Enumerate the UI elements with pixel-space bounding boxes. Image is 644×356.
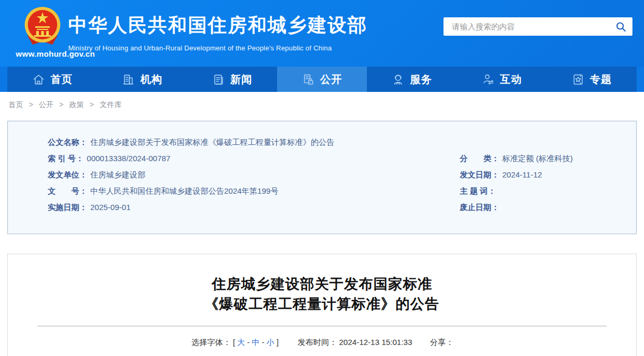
meta-label: 文 号： xyxy=(48,186,87,195)
nav-tab-news[interactable]: 新闻 xyxy=(187,67,277,92)
site-title-block: 中华人民共和国住房和城乡建设部 Ministry of Housing and … xyxy=(68,13,367,52)
meta-value: 住房城乡建设部关于发布国家标准《爆破工程工程量计算标准》的公告 xyxy=(90,138,334,146)
bracket-close: ] xyxy=(277,338,279,347)
breadcrumb-policy[interactable]: 政策 xyxy=(69,100,84,109)
meta-row-issue-date: 发文日期：2024-11-12 xyxy=(460,166,626,183)
meta-label: 发文日期： xyxy=(460,170,499,179)
topics-icon xyxy=(572,73,585,86)
dash: - xyxy=(262,338,265,347)
breadcrumb-library: 文件库 xyxy=(100,100,122,109)
breadcrumb: 首页 > 公开 > 政策 > 文件库 xyxy=(0,92,644,110)
nav-tab-label: 新闻 xyxy=(230,72,252,87)
site-title-en: Ministry of Housing and Urban-Rural Deve… xyxy=(68,44,367,52)
national-emblem-icon xyxy=(22,5,63,49)
share-label: 分享： xyxy=(430,338,453,347)
nav-tab-label: 首页 xyxy=(50,72,72,87)
search-input[interactable] xyxy=(444,22,609,31)
meta-value: 2024-11-12 xyxy=(502,170,542,179)
meta-label: 废止日期： xyxy=(460,203,499,212)
site-title-cn: 中华人民共和国住房和城乡建设部 xyxy=(68,13,367,38)
meta-grid: 索 引 号：000013338/2024-00787 分 类：标准定额 (标准科… xyxy=(48,150,626,215)
meta-value: 2025-09-01 xyxy=(90,203,131,212)
meta-row-doc-number: 文 号：中华人民共和国住房和城乡建设部公告2024年第199号 xyxy=(48,183,460,199)
font-size-label: 选择字体： xyxy=(192,338,231,347)
meta-label: 主 题 词： xyxy=(460,186,495,195)
meta-row-index-number: 索 引 号：000013338/2024-00787 xyxy=(48,150,460,166)
nav-tab-label: 公开 xyxy=(320,72,342,87)
meta-value: 中华人民共和国住房和城乡建设部公告2024年第199号 xyxy=(90,186,278,195)
nav-tab-interaction[interactable]: 互动 xyxy=(457,67,546,92)
font-size-large-link[interactable]: 大 xyxy=(237,338,245,347)
meta-row-effective-date: 实施日期：2025-09-01 xyxy=(48,199,460,215)
bracket-open: [ xyxy=(233,338,235,347)
nav-tab-label: 服务 xyxy=(410,72,432,87)
interaction-icon xyxy=(482,73,495,86)
font-size-small-link[interactable]: 小 xyxy=(267,338,275,347)
nav-tab-services[interactable]: 服务 xyxy=(367,67,457,92)
font-size-medium-link[interactable]: 中 xyxy=(252,338,260,347)
meta-label: 发文单位： xyxy=(48,170,87,179)
breadcrumb-separator: > xyxy=(90,100,94,109)
organization-icon xyxy=(122,73,135,86)
dash: - xyxy=(247,338,250,347)
nav-tab-label: 机构 xyxy=(140,72,162,87)
nav-tab-home[interactable]: 首页 xyxy=(7,67,97,92)
nav-tab-label: 互动 xyxy=(500,72,522,87)
meta-row-category: 分 类：标准定额 (标准科技) xyxy=(460,150,626,166)
breadcrumb-disclosure[interactable]: 公开 xyxy=(39,100,54,109)
nav-tab-disclosure[interactable]: 公开 xyxy=(277,67,367,92)
meta-value: 标准定额 (标准科技) xyxy=(502,154,573,163)
meta-row-issuing-unit: 发文单位：住房城乡建设部 xyxy=(48,166,460,183)
article-title-line1: 住房城乡建设部关于发布国家标准 xyxy=(8,274,636,294)
nav-tab-organization[interactable]: 机构 xyxy=(97,67,187,92)
breadcrumb-separator: > xyxy=(29,100,33,109)
disclosure-icon xyxy=(302,73,315,86)
home-icon xyxy=(32,73,45,86)
main-nav: 首页 机构 新闻 公开 xyxy=(7,67,637,92)
nav-tab-label: 专题 xyxy=(590,72,612,87)
site-search xyxy=(444,17,632,36)
document-meta-panel: 公文名称：住房城乡建设部关于发布国家标准《爆破工程工程量计算标准》的公告 索 引… xyxy=(7,121,637,234)
meta-row-repeal-date: 废止日期： xyxy=(460,199,626,215)
masthead: www.mohurd.gov.cn 中华人民共和国住房和城乡建设部 Minist… xyxy=(0,0,644,67)
breadcrumb-separator: > xyxy=(59,100,64,109)
article-title-line2: 《爆破工程工程量计算标准》的公告 xyxy=(8,294,636,314)
meta-label: 实施日期： xyxy=(48,203,87,212)
meta-label: 公文名称： xyxy=(48,138,87,146)
search-button[interactable] xyxy=(609,17,632,36)
article-panel: 住房城乡建设部关于发布国家标准 《爆破工程工程量计算标准》的公告 选择字体：[大… xyxy=(7,254,637,356)
article-title: 住房城乡建设部关于发布国家标准 《爆破工程工程量计算标准》的公告 xyxy=(8,274,636,314)
meta-label: 索 引 号： xyxy=(48,154,83,163)
nav-band: 首页 机构 新闻 公开 xyxy=(0,67,644,92)
publish-time-value: 2024-12-13 15:01:33 xyxy=(339,338,412,347)
publish-time-label: 发布时间： xyxy=(298,338,337,347)
service-icon xyxy=(392,73,405,86)
meta-label: 分 类： xyxy=(460,154,499,163)
news-icon xyxy=(212,73,225,86)
meta-value: 000013338/2024-00787 xyxy=(87,154,170,163)
meta-value: 住房城乡建设部 xyxy=(90,170,145,179)
title-divider xyxy=(37,326,607,327)
search-icon xyxy=(615,21,627,33)
breadcrumb-home[interactable]: 首页 xyxy=(8,100,23,109)
meta-row-subject-words: 主 题 词： xyxy=(460,183,626,199)
article-meta-bar: 选择字体：[大-中-小]发布时间：2024-12-13 15:01:33分享： xyxy=(8,338,636,348)
site-logo[interactable]: www.mohurd.gov.cn xyxy=(0,0,66,60)
meta-row-doc-name: 公文名称：住房城乡建设部关于发布国家标准《爆破工程工程量计算标准》的公告 xyxy=(48,134,626,150)
nav-tab-topics[interactable]: 专题 xyxy=(547,67,637,92)
